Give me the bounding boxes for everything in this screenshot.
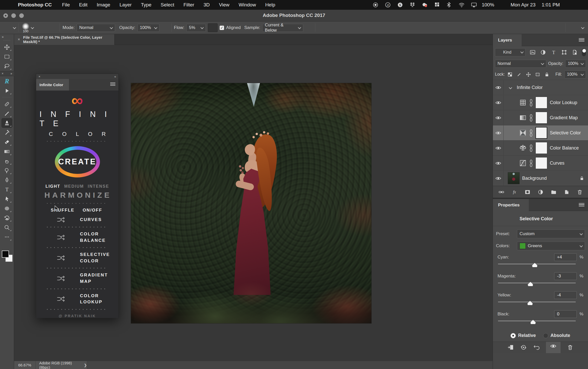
layer-name[interactable]: Selective Color — [550, 130, 581, 136]
layer-row-curves[interactable]: Curves — [493, 156, 588, 171]
sample-select[interactable]: Current & Below — [262, 24, 303, 32]
collapse-tools-icon[interactable]: » — [2, 35, 4, 39]
flow-select[interactable]: 5% — [186, 24, 206, 32]
record-icon[interactable] — [372, 2, 379, 8]
layer-mask-thumbnail[interactable] — [535, 97, 547, 108]
rotate-view-tool[interactable] — [2, 213, 12, 222]
preset-select[interactable]: Custom — [517, 230, 585, 238]
color-balance-layer-icon[interactable] — [519, 144, 527, 152]
blend-mode-select[interactable]: Normal — [495, 60, 546, 68]
ignore-adjustment-layers-icon[interactable] — [305, 24, 312, 31]
selective-color-layer-icon[interactable] — [519, 129, 527, 137]
properties-menu-icon[interactable] — [579, 203, 584, 207]
shuffle-icon[interactable] — [57, 234, 65, 241]
link-layers-icon[interactable] — [498, 189, 504, 195]
infinite-color-tab[interactable]: Infinite Color — [36, 79, 69, 91]
intensity-light[interactable]: LIGHT — [45, 184, 60, 189]
default-colors-icon[interactable] — [1, 243, 6, 248]
duet-icon[interactable]: d — [385, 2, 391, 8]
lock-all-icon[interactable] — [544, 72, 550, 77]
adjustment-label[interactable]: CURVES — [80, 217, 116, 223]
lock-artboard-icon[interactable] — [535, 72, 540, 77]
shuffle-icon[interactable] — [57, 275, 65, 282]
slider-value-field[interactable]: +4 — [554, 253, 577, 261]
toggle-brush-panel-icon[interactable] — [38, 24, 45, 31]
adjustment-label[interactable]: GRADIENT MAP — [80, 272, 116, 285]
gradient-tool[interactable] — [2, 147, 12, 156]
airplay-icon[interactable] — [471, 2, 477, 8]
marquee-tool[interactable] — [2, 52, 12, 61]
menu-time[interactable]: 1:01 PM — [542, 2, 560, 8]
image-filter-icon[interactable] — [530, 49, 536, 55]
mask-link-icon[interactable] — [529, 99, 533, 106]
mask-badge-icon[interactable] — [508, 214, 517, 223]
history-brush-tool[interactable] — [2, 128, 12, 137]
smudge-tool[interactable] — [2, 156, 12, 165]
battery-icon[interactable] — [496, 2, 504, 7]
path-select-tool[interactable] — [2, 194, 12, 203]
search-icon[interactable] — [555, 25, 561, 31]
slider-track[interactable] — [498, 283, 576, 283]
dock-close-icon[interactable]: × — [2, 72, 4, 75]
layer-visibility-toggle[interactable] — [493, 156, 504, 171]
menu-image[interactable]: Image — [97, 2, 110, 8]
wifi-icon[interactable] — [459, 2, 465, 8]
adjustment-label[interactable]: COLOR LOOKUP — [80, 293, 116, 305]
slider-value-field[interactable]: 0 — [554, 310, 577, 318]
intensity-medium[interactable]: MEDIUM — [64, 184, 84, 189]
layer-fill-select[interactable]: 100% — [564, 71, 586, 78]
toggle-clone-source-panel-icon[interactable] — [50, 24, 57, 31]
new-adjustment-icon[interactable] — [538, 189, 544, 195]
pressure-size-icon[interactable] — [318, 24, 325, 31]
layer-row-background[interactable]: Background — [493, 171, 588, 186]
new-group-icon[interactable] — [551, 189, 557, 195]
layer-row-infinite-color[interactable]: Infinite Color — [493, 80, 588, 95]
delete-layer-icon[interactable] — [577, 189, 583, 195]
brush-picker-chevron-icon[interactable] — [31, 26, 34, 29]
layer-filter-select[interactable]: Kind — [495, 48, 525, 56]
healing-brush-tool[interactable] — [2, 99, 12, 108]
layers-menu-icon[interactable] — [579, 38, 584, 42]
menu-date[interactable]: Mon Apr 23 — [511, 2, 535, 8]
properties-tab[interactable]: Properties — [493, 199, 529, 211]
color-lookup-layer-icon[interactable] — [519, 99, 527, 106]
clone-stamp-preset-icon[interactable] — [4, 24, 11, 31]
layer-style-icon[interactable]: fx — [511, 189, 518, 195]
toggle-last-state-icon[interactable] — [520, 344, 527, 351]
pressure-opacity-icon[interactable] — [161, 24, 169, 31]
create-button[interactable]: CREATE — [55, 146, 100, 177]
background-thumbnail[interactable] — [508, 172, 520, 184]
panel-menu-icon[interactable] — [110, 83, 115, 86]
eraser-tool[interactable] — [2, 137, 12, 146]
more-tools[interactable] — [2, 232, 12, 241]
radio-absolute[interactable]: Absolute — [543, 333, 570, 338]
tiles-icon[interactable] — [434, 2, 440, 8]
move-tool[interactable] — [2, 43, 12, 52]
layer-row-color-balance[interactable]: Color Balance — [493, 141, 588, 156]
dodge-tool[interactable] — [2, 166, 12, 175]
menu-type[interactable]: Type — [141, 2, 151, 8]
bluetooth-icon[interactable] — [446, 2, 452, 8]
layer-name[interactable]: Color Balance — [550, 145, 579, 151]
quick-mask-icon[interactable] — [4, 267, 10, 273]
menu-edit[interactable]: Edit — [79, 2, 88, 8]
layer-name[interactable]: Background — [522, 176, 547, 181]
mask-link-icon[interactable] — [529, 129, 533, 136]
delete-adjustment-icon[interactable] — [567, 344, 573, 351]
shuffle-icon[interactable] — [57, 296, 65, 302]
lock-paint-icon[interactable] — [516, 72, 522, 77]
layer-row-selective-color[interactable]: Selective Color — [493, 125, 588, 141]
shuffle-icon[interactable] — [57, 255, 65, 261]
shape-filter-icon[interactable] — [561, 49, 567, 55]
layer-name[interactable]: Curves — [550, 161, 564, 166]
zoom-tool[interactable] — [2, 223, 12, 232]
mask-link-icon[interactable] — [529, 144, 533, 152]
mask-link-icon[interactable] — [529, 114, 533, 121]
group-expand-chevron-icon[interactable] — [509, 86, 512, 89]
menu-3d[interactable]: 3D — [204, 2, 210, 8]
menu-help[interactable]: Help — [265, 2, 275, 8]
menu-app[interactable]: Photoshop CC — [18, 2, 52, 8]
layer-visibility-toggle[interactable] — [493, 125, 504, 140]
panel-collapse-icon[interactable]: « — [114, 75, 116, 78]
intensity-intense[interactable]: INTENSE — [88, 184, 109, 189]
